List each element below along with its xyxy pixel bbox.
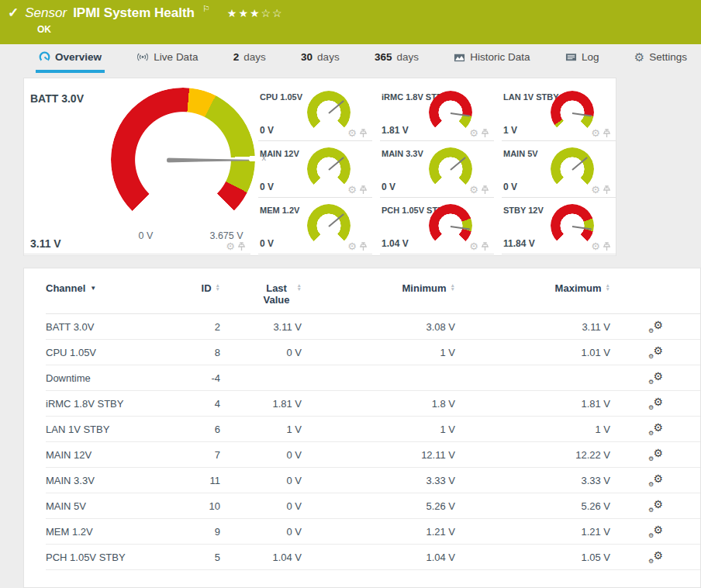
channel-settings-gear-icon[interactable]: ⚙ (469, 185, 478, 195)
pin-icon[interactable] (359, 242, 368, 251)
channel-gauge-cell[interactable]: iRMC 1.8V STBY 1.81 V ⚙ (380, 85, 494, 141)
channel-settings-gear-icon[interactable]: ⚙ (591, 185, 600, 195)
channel-settings-gear-icon[interactable]: ⚙ (226, 241, 235, 251)
channel-settings-gear-icon[interactable]: ⚙ (347, 241, 357, 251)
table-row[interactable]: PCH 1.05V STBY 5 1.04 V 1.04 V 1.05 V ⚙ … (46, 545, 700, 570)
table-header-row: Channel ID Last Value Minimum Maximum (46, 282, 700, 314)
cell-id: 8 (181, 347, 220, 358)
priority-stars[interactable]: ★★★☆☆ (227, 7, 284, 19)
channel-settings-gears-icon[interactable]: ⚙ ⚙ (647, 474, 663, 487)
channel-settings-gears-icon[interactable]: ⚙ ⚙ (647, 525, 663, 538)
cell-minimum: 3.33 V (302, 475, 455, 486)
channel-settings-gears-icon[interactable]: ⚙ ⚙ (647, 448, 663, 462)
table-row[interactable]: BATT 3.0V 2 3.11 V 3.08 V 3.11 V ⚙ ⚙ (46, 314, 700, 340)
pin-icon[interactable] (603, 129, 611, 138)
cell-minimum: 1 V (302, 424, 455, 435)
cell-channel: MAIN 5V (46, 500, 181, 512)
channel-settings-gears-icon[interactable]: ⚙ ⚙ (647, 500, 663, 513)
channel-gauge-cell[interactable]: MAIN 5V 0 V ⚙ (502, 141, 616, 198)
channel-gauge-cell[interactable]: MAIN 12V 0 V ⚙ (258, 141, 372, 198)
table-row[interactable]: MEM 1.2V 9 0 V 1.21 V 1.21 V ⚙ ⚙ (46, 519, 700, 545)
channel-settings-gears-icon[interactable]: ⚙ ⚙ (647, 346, 663, 359)
table-row[interactable]: LAN 1V STBY 6 1 V 1 V 1 V ⚙ ⚙ (46, 417, 700, 442)
cell-maximum: 1.21 V (455, 526, 610, 538)
channel-settings-gears-icon[interactable]: ⚙ ⚙ (647, 320, 663, 334)
cell-id: 5 (181, 552, 220, 563)
channel-gauge (307, 91, 350, 134)
pin-icon[interactable] (359, 129, 368, 138)
pin-icon[interactable] (359, 185, 368, 195)
cell-minimum: 1 V (302, 347, 455, 358)
cell-id: 6 (181, 424, 220, 435)
tab-live-data[interactable]: Live Data (133, 44, 201, 73)
table-row[interactable]: MAIN 5V 10 0 V 5.26 V 5.26 V ⚙ ⚙ (46, 493, 700, 519)
column-header-minimum[interactable]: Minimum (302, 282, 455, 294)
tab-live-data-label: Live Data (154, 51, 198, 63)
tab-30-days[interactable]: 30 days (298, 44, 343, 73)
channel-settings-gear-icon[interactable]: ⚙ (469, 241, 478, 251)
cell-maximum: 3.33 V (455, 475, 610, 486)
channel-gauge-cell[interactable]: MEM 1.2V 0 V ⚙ (258, 198, 372, 254)
tab-overview[interactable]: Overview (36, 44, 105, 73)
table-row[interactable]: CPU 1.05V 8 0 V 1 V 1.01 V ⚙ ⚙ (46, 340, 700, 365)
primary-channel-title: BATT 3.0V (30, 92, 84, 105)
tab-2-days[interactable]: 2 days (230, 44, 269, 73)
channel-settings-gears-icon[interactable]: ⚙ ⚙ (647, 551, 663, 564)
channel-settings-gears-icon[interactable]: ⚙ ⚙ (647, 397, 663, 410)
pin-icon[interactable] (237, 242, 246, 251)
cell-channel: MAIN 3.3V (46, 475, 181, 486)
channel-settings-gears-icon[interactable]: ⚙ ⚙ (647, 423, 663, 436)
channel-gauge (551, 147, 594, 191)
channel-settings-gears-icon[interactable]: ⚙ ⚙ (647, 372, 663, 385)
tab-log[interactable]: Log (562, 44, 603, 73)
cell-minimum: 1.21 V (302, 526, 455, 538)
tab-settings[interactable]: ⚙ Settings (631, 44, 690, 73)
tab-365-days[interactable]: 365 days (371, 44, 422, 73)
pin-icon[interactable] (603, 185, 611, 195)
pin-icon[interactable] (481, 242, 489, 251)
flag-icon[interactable]: ⚐ (202, 4, 210, 14)
channel-gauge-cell[interactable]: STBY 12V 11.84 V ⚙ (502, 198, 616, 254)
channel-gauge-value: 0 V (260, 182, 274, 192)
cell-channel: Downtime (46, 372, 181, 384)
column-header-maximum[interactable]: Maximum (455, 282, 610, 294)
channel-settings-gear-icon[interactable]: ⚙ (347, 185, 357, 195)
pin-icon[interactable] (481, 185, 489, 195)
table-row[interactable]: MAIN 3.3V 11 0 V 3.33 V 3.33 V ⚙ ⚙ (46, 468, 700, 493)
cell-minimum: 3.08 V (302, 321, 455, 333)
table-row[interactable]: Downtime -4 ⚙ ⚙ (46, 365, 700, 391)
channel-settings-gear-icon[interactable]: ⚙ (591, 241, 600, 251)
channel-gauge-cell[interactable]: CPU 1.05V 0 V ⚙ (258, 85, 372, 141)
channel-gauge-title: MAIN 5V (503, 149, 538, 158)
channel-settings-gear-icon[interactable]: ⚙ (347, 128, 357, 138)
channel-gauge-title: CPU 1.05V (260, 92, 302, 102)
channel-settings-gear-icon[interactable]: ⚙ (591, 128, 600, 138)
cell-minimum: 12.11 V (302, 449, 455, 461)
channel-settings-gear-icon[interactable]: ⚙ (469, 128, 478, 138)
channel-gauge-value: 1 V (503, 125, 517, 136)
sensor-title: IPMI System Health (73, 5, 195, 21)
channel-gauge-cell[interactable]: LAN 1V STBY 1 V ⚙ (502, 85, 616, 141)
pin-icon[interactable] (481, 129, 489, 138)
column-header-id[interactable]: ID (181, 282, 220, 294)
channel-gauge-cell[interactable]: MAIN 3.3V 0 V ⚙ (380, 141, 494, 198)
table-row[interactable]: MAIN 12V 7 0 V 12.11 V 12.22 V ⚙ ⚙ (46, 442, 700, 468)
tab-overview-label: Overview (55, 51, 102, 63)
tab-historic-data[interactable]: Historic Data (451, 44, 533, 73)
log-icon (565, 52, 577, 62)
primary-channel-gauge-cell[interactable]: BATT 3.0V x̄ 0 V 3.675 V 3.11 V ⚙ (24, 85, 250, 254)
channel-gauge-cell[interactable]: PCH 1.05V STBY 1.04 V ⚙ (380, 198, 494, 254)
channel-gauge-title: STBY 12V (503, 206, 544, 215)
pin-icon[interactable] (603, 242, 611, 251)
channel-gauge (307, 204, 350, 247)
cell-last-value: 0 V (220, 347, 302, 358)
table-row[interactable]: iRMC 1.8V STBY 4 1.81 V 1.8 V 1.81 V ⚙ ⚙ (46, 391, 700, 417)
gauge-max-label: 3.675 V (209, 230, 243, 241)
cell-maximum: 3.11 V (455, 321, 610, 333)
primary-channel-value: 3.11 V (30, 237, 61, 250)
column-header-last-value[interactable]: Last Value (220, 282, 302, 306)
channel-gauge-value: 1.04 V (382, 238, 409, 249)
cell-last-value: 1.81 V (220, 398, 302, 410)
cell-maximum: 1.05 V (455, 552, 610, 563)
column-header-channel[interactable]: Channel (46, 282, 181, 294)
